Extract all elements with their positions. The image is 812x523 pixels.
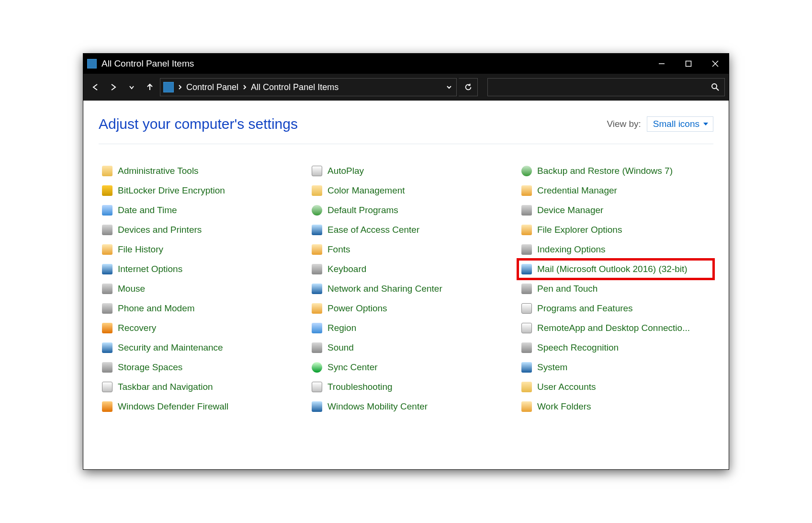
- item-icon: [102, 322, 113, 334]
- item-icon: [311, 283, 323, 295]
- header-row: Adjust your computer's settings View by:…: [99, 116, 713, 144]
- item-label: Fonts: [327, 244, 350, 255]
- close-button[interactable]: [702, 54, 729, 74]
- control-panel-item[interactable]: Power Options: [308, 299, 504, 318]
- item-icon: [521, 185, 532, 196]
- control-panel-item[interactable]: Region: [308, 318, 504, 338]
- control-panel-item[interactable]: RemoteApp and Desktop Connectio...: [518, 318, 713, 338]
- control-panel-item[interactable]: System: [518, 358, 713, 377]
- control-panel-item[interactable]: Recovery: [99, 318, 294, 338]
- item-label: File Explorer Options: [537, 225, 622, 235]
- item-icon: [521, 381, 532, 393]
- refresh-button[interactable]: [459, 78, 478, 96]
- item-icon: [102, 362, 113, 373]
- back-button[interactable]: [87, 79, 103, 95]
- item-label: Work Folders: [537, 401, 591, 412]
- item-icon: [311, 165, 323, 177]
- breadcrumb-seg1[interactable]: Control Panel: [183, 79, 241, 96]
- item-icon: [102, 283, 113, 295]
- item-label: Credential Manager: [537, 185, 617, 196]
- item-label: Programs and Features: [537, 303, 633, 314]
- item-label: Backup and Restore (Windows 7): [537, 166, 673, 176]
- up-button[interactable]: [142, 79, 158, 95]
- control-panel-icon: [163, 82, 174, 92]
- search-input[interactable]: [487, 78, 725, 96]
- control-panel-item[interactable]: Taskbar and Navigation: [99, 377, 294, 397]
- item-label: Network and Sharing Center: [327, 284, 442, 294]
- address-bar[interactable]: Control Panel All Control Panel Items: [160, 78, 457, 96]
- item-label: BitLocker Drive Encryption: [118, 185, 225, 196]
- viewby-select[interactable]: Small icons: [647, 116, 713, 132]
- control-panel-item[interactable]: Date and Time: [99, 201, 294, 220]
- control-panel-item[interactable]: Speech Recognition: [518, 338, 713, 357]
- control-panel-item[interactable]: File Explorer Options: [518, 220, 713, 239]
- item-icon: [311, 381, 323, 393]
- control-panel-item[interactable]: Phone and Modem: [99, 299, 294, 318]
- item-label: Color Management: [327, 185, 405, 196]
- control-panel-item[interactable]: AutoPlay: [308, 161, 504, 181]
- item-icon: [102, 185, 113, 196]
- control-panel-item[interactable]: Default Programs: [308, 201, 504, 220]
- svg-rect-1: [686, 61, 691, 67]
- control-panel-item[interactable]: Device Manager: [518, 201, 713, 220]
- control-panel-item[interactable]: Indexing Options: [518, 240, 713, 259]
- app-icon: [87, 59, 97, 68]
- item-icon: [311, 263, 323, 275]
- item-icon: [311, 205, 323, 216]
- items-grid: Administrative ToolsBitLocker Drive Encr…: [99, 161, 713, 416]
- control-panel-item[interactable]: Backup and Restore (Windows 7): [518, 161, 713, 181]
- item-icon: [311, 303, 323, 314]
- control-panel-item[interactable]: User Accounts: [518, 377, 713, 397]
- control-panel-item[interactable]: Windows Defender Firewall: [99, 397, 294, 416]
- control-panel-item[interactable]: Administrative Tools: [99, 161, 294, 181]
- item-icon: [521, 322, 532, 334]
- item-label: Ease of Access Center: [327, 225, 419, 235]
- control-panel-item[interactable]: Mail (Microsoft Outlook 2016) (32-bit): [518, 260, 713, 279]
- control-panel-item[interactable]: Sound: [308, 338, 504, 357]
- item-icon: [102, 381, 113, 393]
- chevron-down-icon[interactable]: [446, 85, 452, 90]
- control-panel-item[interactable]: Work Folders: [518, 397, 713, 416]
- item-icon: [102, 244, 113, 255]
- item-icon: [311, 244, 323, 255]
- minimize-button[interactable]: [648, 54, 675, 74]
- control-panel-item[interactable]: Internet Options: [99, 260, 294, 279]
- item-icon: [521, 362, 532, 373]
- item-label: Administrative Tools: [118, 166, 199, 176]
- item-icon: [521, 283, 532, 295]
- forward-button[interactable]: [105, 79, 122, 95]
- chevron-right-icon: [177, 85, 183, 90]
- item-icon: [521, 205, 532, 216]
- control-panel-item[interactable]: Devices and Printers: [99, 220, 294, 239]
- control-panel-item[interactable]: Keyboard: [308, 260, 504, 279]
- control-panel-item[interactable]: Color Management: [308, 181, 504, 200]
- control-panel-item[interactable]: Storage Spaces: [99, 358, 294, 377]
- control-panel-item[interactable]: Network and Sharing Center: [308, 279, 504, 298]
- control-panel-item[interactable]: Ease of Access Center: [308, 220, 504, 239]
- item-label: Windows Defender Firewall: [118, 401, 228, 412]
- control-panel-item[interactable]: Pen and Touch: [518, 279, 713, 298]
- control-panel-item[interactable]: Credential Manager: [518, 181, 713, 200]
- control-panel-item[interactable]: Fonts: [308, 240, 504, 259]
- item-icon: [311, 342, 323, 353]
- item-icon: [521, 342, 532, 353]
- title-bar: All Control Panel Items: [83, 54, 729, 74]
- control-panel-item[interactable]: File History: [99, 240, 294, 259]
- item-icon: [102, 205, 113, 216]
- breadcrumb-seg2[interactable]: All Control Panel Items: [248, 79, 341, 96]
- control-panel-item[interactable]: BitLocker Drive Encryption: [99, 181, 294, 200]
- item-icon: [521, 224, 532, 236]
- recent-dropdown[interactable]: [124, 79, 140, 95]
- toolbar: Control Panel All Control Panel Items: [83, 74, 729, 101]
- content-area: Adjust your computer's settings View by:…: [83, 101, 729, 469]
- control-panel-item[interactable]: Troubleshooting: [308, 377, 504, 397]
- item-icon: [102, 224, 113, 236]
- maximize-button[interactable]: [675, 54, 702, 74]
- control-panel-item[interactable]: Windows Mobility Center: [308, 397, 504, 416]
- control-panel-item[interactable]: Security and Maintenance: [99, 338, 294, 357]
- item-label: Security and Maintenance: [118, 342, 223, 353]
- item-icon: [521, 401, 532, 412]
- control-panel-item[interactable]: Programs and Features: [518, 299, 713, 318]
- control-panel-item[interactable]: Sync Center: [308, 358, 504, 377]
- control-panel-item[interactable]: Mouse: [99, 279, 294, 298]
